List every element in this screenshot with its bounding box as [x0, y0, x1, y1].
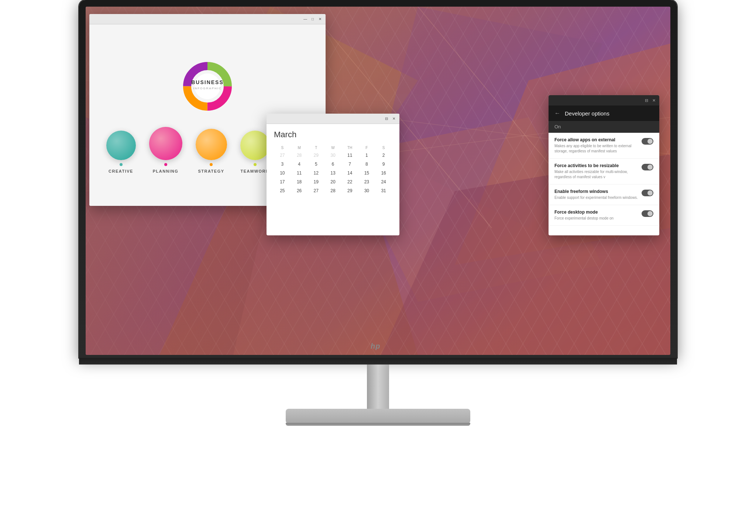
cal-header-th: TH: [341, 145, 358, 151]
cal-day[interactable]: 10: [274, 169, 291, 177]
cal-header-s2: S: [375, 145, 392, 151]
cal-day[interactable]: 19: [307, 177, 324, 186]
cal-day[interactable]: 16: [375, 169, 392, 177]
planning-dot: [164, 163, 167, 166]
dev-option-text-2: Force activities to be resizable Make al…: [554, 163, 639, 180]
cal-close-button[interactable]: ✕: [391, 116, 396, 121]
dev-option-title-1: Force allow apps on external: [554, 137, 639, 142]
monitor-stand-base: [286, 409, 470, 424]
dev-option-3: Enable freeform windows Enable support f…: [549, 184, 659, 205]
teamwork-dot: [254, 163, 257, 166]
cal-day[interactable]: 26: [291, 186, 308, 195]
dev-restore-button[interactable]: ⊟: [644, 98, 649, 103]
dev-option-desc-4: Force experimental destop mode on: [554, 216, 639, 221]
svg-text:hp: hp: [371, 342, 380, 350]
cal-header-f: F: [358, 145, 375, 151]
dev-toggle-1[interactable]: [642, 138, 653, 145]
donut-chart: BUSINESS INFOGRAPHIC: [178, 57, 237, 116]
cal-day[interactable]: 25: [274, 186, 291, 195]
dev-close-button[interactable]: ✕: [651, 98, 656, 103]
dev-header: ← Developer options: [549, 106, 659, 121]
dev-status-text: On: [554, 124, 561, 129]
cal-day[interactable]: 13: [324, 169, 341, 177]
dev-option-1: Force allow apps on external Makes any a…: [549, 133, 659, 159]
dev-toggle-4[interactable]: [642, 210, 653, 217]
cal-day[interactable]: 29: [307, 151, 324, 160]
cal-week-3: 10 11 12 13 14 15 16: [274, 169, 392, 177]
dev-status-bar: On: [549, 121, 659, 133]
creative-dot: [120, 163, 123, 166]
cal-day[interactable]: 12: [307, 169, 324, 177]
cal-day[interactable]: 27: [307, 186, 324, 195]
cal-day[interactable]: 7: [341, 160, 358, 169]
circle-teamwork: TEAMWORK: [240, 131, 270, 173]
strategy-dot: [210, 163, 213, 166]
cal-window-titlebar: ⊟ ✕: [267, 114, 399, 124]
strategy-label: STRATEGY: [198, 169, 224, 173]
cal-day[interactable]: 15: [358, 169, 375, 177]
maximize-button[interactable]: □: [310, 17, 315, 22]
cal-day[interactable]: 18: [291, 177, 308, 186]
cal-day[interactable]: 29: [341, 186, 358, 195]
cal-day[interactable]: 30: [358, 186, 375, 195]
monitor-stand-neck: [367, 365, 389, 409]
dev-option-2: Force activities to be resizable Make al…: [549, 159, 659, 184]
teamwork-bubble: [240, 131, 270, 160]
dev-option-title-3: Enable freeform windows: [554, 189, 639, 194]
minimize-button[interactable]: —: [303, 17, 308, 22]
calendar-content: March S M T W TH F S: [267, 124, 399, 235]
cal-day[interactable]: 11: [341, 151, 358, 160]
dev-option-title-4: Force desktop mode: [554, 210, 639, 215]
cal-day[interactable]: 17: [274, 177, 291, 186]
monitor: — □ ✕ BU: [68, 0, 688, 532]
cal-day[interactable]: 23: [358, 177, 375, 186]
cal-day[interactable]: 20: [324, 177, 341, 186]
cal-day[interactable]: 5: [307, 160, 324, 169]
cal-day[interactable]: 2: [375, 151, 392, 160]
dev-title: Developer options: [565, 110, 609, 117]
cal-day[interactable]: 4: [291, 160, 308, 169]
close-button[interactable]: ✕: [317, 17, 323, 22]
circle-creative: CREATIVE: [106, 131, 136, 173]
cal-day[interactable]: 24: [375, 177, 392, 186]
dev-option-desc-3: Enable support for experimental freeform…: [554, 195, 639, 200]
cal-day[interactable]: 31: [375, 186, 392, 195]
cal-day[interactable]: 11: [291, 169, 308, 177]
dev-toggle-3[interactable]: [642, 190, 653, 196]
dev-back-button[interactable]: ←: [554, 110, 560, 117]
svg-point-17: [195, 73, 220, 99]
dev-option-desc-2: Make all activities resizable for multi-…: [554, 169, 639, 180]
hp-screen-logo: hp: [371, 342, 385, 352]
circle-strategy: STRATEGY: [196, 129, 227, 173]
strategy-bubble: [196, 129, 227, 160]
cal-header-s: S: [274, 145, 291, 151]
calendar-window: ⊟ ✕ March S M T W TH F: [267, 114, 399, 235]
cal-day[interactable]: 14: [341, 169, 358, 177]
cal-day[interactable]: 6: [324, 160, 341, 169]
svg-text:BUSINESS: BUSINESS: [191, 79, 224, 85]
cal-week-2: 3 4 5 6 7 8 9: [274, 160, 392, 169]
creative-label: CREATIVE: [109, 169, 133, 173]
cal-header-m: M: [291, 145, 308, 151]
dev-option-text-1: Force allow apps on external Makes any a…: [554, 137, 639, 154]
dev-option-desc-1: Makes any app eligible to be written to …: [554, 144, 639, 154]
dev-toggle-2[interactable]: [642, 164, 653, 170]
calendar-month: March: [274, 130, 392, 139]
cal-day[interactable]: 1: [358, 151, 375, 160]
cal-week-5: 25 26 27 28 29 30 31: [274, 186, 392, 195]
svg-text:INFOGRAPHIC: INFOGRAPHIC: [193, 87, 222, 90]
cal-day[interactable]: 28: [324, 186, 341, 195]
cal-week-1: 27 28 29 30 11 1 2: [274, 151, 392, 160]
cal-day[interactable]: 9: [375, 160, 392, 169]
cal-restore-button[interactable]: ⊟: [384, 116, 389, 121]
cal-day[interactable]: 3: [274, 160, 291, 169]
cal-day[interactable]: 27: [274, 151, 291, 160]
cal-day[interactable]: 8: [358, 160, 375, 169]
cal-header-w: W: [324, 145, 341, 151]
cal-header-t: T: [307, 145, 324, 151]
cal-day[interactable]: 22: [341, 177, 358, 186]
cal-day[interactable]: 30: [324, 151, 341, 160]
dev-options-list: Force allow apps on external Makes any a…: [549, 133, 659, 226]
dev-option-text-4: Force desktop mode Force experimental de…: [554, 210, 639, 221]
cal-day[interactable]: 28: [291, 151, 308, 160]
